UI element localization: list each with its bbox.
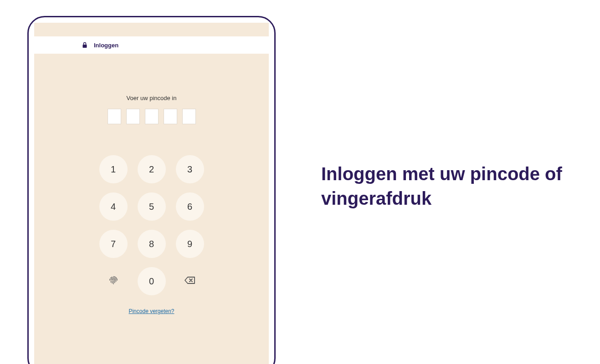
tablet-screen: Inloggen Voer uw pincode in 1 2 3 4 5 6 … [34, 23, 269, 364]
pin-prompt: Voer uw pincode in [34, 95, 269, 101]
svg-rect-0 [83, 45, 87, 48]
header-title: Inloggen [94, 42, 118, 49]
pin-digit-1[interactable] [108, 109, 121, 124]
numeric-keypad: 1 2 3 4 5 6 7 8 9 [34, 155, 269, 295]
keypad-2[interactable]: 2 [138, 155, 166, 183]
backspace-icon [185, 276, 195, 287]
app-header: Inloggen [34, 36, 269, 54]
keypad-9[interactable]: 9 [176, 230, 204, 258]
keypad-0[interactable]: 0 [138, 267, 166, 295]
keypad-7[interactable]: 7 [99, 230, 128, 258]
keypad-6[interactable]: 6 [176, 192, 204, 221]
keypad-4[interactable]: 4 [99, 192, 128, 221]
marketing-heading: Inloggen met uw pincode of vingerafdruk [321, 162, 573, 211]
keypad-5[interactable]: 5 [138, 192, 166, 221]
keypad-8[interactable]: 8 [138, 230, 166, 258]
pin-digit-2[interactable] [126, 109, 140, 124]
fingerprint-button[interactable] [99, 267, 128, 295]
tablet-device-frame: Inloggen Voer uw pincode in 1 2 3 4 5 6 … [27, 16, 276, 364]
keypad-3[interactable]: 3 [176, 155, 204, 183]
marketing-copy: Inloggen met uw pincode of vingerafdruk [276, 16, 573, 211]
pin-entry-section: Voer uw pincode in 1 2 3 4 5 6 7 8 9 [34, 54, 269, 314]
keypad-1[interactable]: 1 [99, 155, 128, 183]
fingerprint-icon [108, 275, 118, 288]
forgot-pincode-link[interactable]: Pincode vergeten? [34, 308, 269, 314]
pin-digit-5[interactable] [182, 109, 196, 124]
pin-digit-3[interactable] [145, 109, 159, 124]
pin-input-boxes [34, 109, 269, 124]
pin-digit-4[interactable] [164, 109, 177, 124]
backspace-button[interactable] [176, 267, 204, 295]
lock-icon [82, 42, 87, 48]
